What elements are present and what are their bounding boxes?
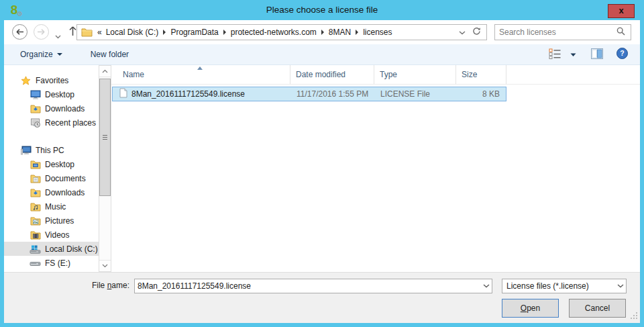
preview-pane-icon	[591, 48, 603, 59]
resize-grip-icon	[631, 312, 638, 319]
file-date-modified: 11/17/2016 1:55 PM	[291, 89, 375, 99]
sidebar-item-pc-desktop[interactable]: Desktop	[4, 157, 99, 171]
chevron-down-icon	[459, 31, 466, 35]
breadcrumb-item[interactable]: licenses	[361, 28, 394, 37]
recent-places-icon	[30, 118, 41, 128]
navigation-pane-scrollbar[interactable]	[99, 65, 111, 272]
back-arrow-icon	[15, 28, 24, 36]
resize-grip[interactable]	[631, 312, 638, 321]
open-button[interactable]: Open	[502, 299, 559, 318]
license-file-icon	[119, 88, 127, 100]
list-view-icon	[549, 48, 562, 59]
scrollbar-thumb[interactable]	[99, 79, 111, 196]
address-bar[interactable]: « Local Disk (C:) ProgramData protected-…	[76, 24, 487, 40]
chevron-down-icon	[570, 53, 576, 57]
column-header-type[interactable]: Type	[374, 65, 456, 84]
chevron-down-icon	[615, 279, 626, 293]
file-name-input[interactable]	[135, 281, 481, 291]
breadcrumb-prefix: «	[95, 28, 104, 37]
forward-arrow-icon	[37, 28, 46, 36]
back-button[interactable]	[12, 24, 28, 40]
sidebar-item-pictures[interactable]: Pictures	[4, 214, 99, 228]
documents-folder-icon	[30, 173, 41, 184]
search-button[interactable]	[616, 26, 625, 38]
sidebar-group-favorites[interactable]: Favorites	[4, 73, 99, 87]
chevron-down-icon	[483, 284, 490, 288]
file-size: 8 KB	[457, 89, 500, 99]
sidebar-spacer	[4, 130, 99, 143]
view-options-dropdown[interactable]	[570, 50, 576, 59]
svg-text:?: ?	[620, 49, 624, 57]
sidebar-item-documents[interactable]: Documents	[4, 171, 99, 185]
search-icon	[616, 27, 625, 36]
videos-folder-icon	[30, 230, 41, 240]
breadcrumb-separator-icon	[356, 30, 358, 35]
column-header-name[interactable]: Name	[111, 65, 290, 84]
sidebar-item-pc-downloads[interactable]: Downloads	[4, 185, 99, 199]
close-button[interactable]: x	[608, 4, 635, 18]
file-name-label: File name:	[4, 279, 129, 293]
file-name-dropdown-button[interactable]	[481, 279, 492, 293]
navigation-row: « Local Disk (C:) ProgramData protected-…	[4, 20, 640, 44]
column-header-size[interactable]: Size	[456, 65, 506, 84]
scroll-down-button[interactable]	[99, 260, 111, 271]
breadcrumb-item[interactable]: Local Disk (C:)	[104, 28, 161, 37]
scroll-up-button[interactable]	[99, 66, 111, 77]
breadcrumb-item[interactable]: 8MAN	[327, 28, 353, 37]
refresh-icon	[472, 27, 481, 36]
open-file-dialog: 8⚙ Please choose a license file x	[0, 0, 644, 327]
chevron-down-icon	[102, 264, 108, 268]
desktop-folder-icon	[30, 159, 41, 170]
breadcrumb-item[interactable]: ProgramData	[168, 28, 220, 37]
music-folder-icon	[30, 201, 41, 212]
sidebar-item-local-disk-c[interactable]: Local Disk (C:)	[4, 242, 99, 256]
cancel-button[interactable]: Cancel	[569, 299, 626, 318]
breadcrumb-separator-icon	[223, 30, 226, 35]
search-box	[494, 24, 631, 40]
chevron-up-icon	[102, 69, 108, 73]
forward-button[interactable]	[34, 24, 49, 40]
sidebar-item-videos[interactable]: Videos	[4, 228, 99, 242]
file-row-selected[interactable]: 8Man_20161117125549.license 11/17/2016 1…	[112, 87, 506, 101]
sidebar-item-music[interactable]: Music	[4, 199, 99, 214]
navigation-pane: Favorites Desktop Downloads	[4, 65, 99, 272]
change-view-button[interactable]	[549, 48, 562, 61]
help-icon: ?	[616, 48, 628, 59]
breadcrumb-separator-icon	[321, 30, 324, 35]
downloads-folder-icon	[30, 103, 41, 114]
address-dropdown-button[interactable]	[459, 28, 466, 37]
file-list: Name Date modified Type Size	[111, 65, 640, 272]
sidebar-item-desktop[interactable]: Desktop	[4, 87, 99, 101]
organize-menu-button[interactable]: Organize	[15, 44, 68, 64]
title-bar: 8⚙ Please choose a license file x	[0, 0, 644, 20]
browser-main: Favorites Desktop Downloads	[4, 65, 640, 272]
help-button[interactable]: ?	[616, 48, 628, 61]
column-headers: Name Date modified Type Size	[111, 65, 640, 85]
folder-icon	[81, 28, 93, 37]
search-input[interactable]	[495, 28, 616, 37]
new-folder-button[interactable]: New folder	[85, 44, 134, 64]
sidebar-group-this-pc[interactable]: This PC	[4, 143, 99, 157]
scrollbar-grip-icon	[103, 135, 107, 141]
column-header-date-modified[interactable]: Date modified	[290, 65, 374, 84]
dialog-content: « Local Disk (C:) ProgramData protected-…	[4, 20, 640, 323]
breadcrumb-separator-icon	[163, 30, 166, 35]
filter-selected-value: License files (*.license)	[502, 281, 615, 291]
dialog-title: Please choose a license file	[0, 0, 644, 20]
recent-locations-dropdown[interactable]	[55, 30, 61, 42]
pictures-folder-icon	[30, 216, 41, 226]
file-name: 8Man_20161117125549.license	[131, 89, 245, 99]
downloads-folder-icon	[30, 187, 41, 198]
desktop-icon	[30, 89, 41, 100]
breadcrumb-item[interactable]: protected-networks.com	[229, 28, 319, 37]
file-name-combobox	[134, 279, 492, 293]
dialog-footer: File name: License files (*.license) Ope…	[4, 272, 640, 323]
file-type-filter-dropdown[interactable]: License files (*.license)	[502, 279, 627, 293]
sidebar-item-recent-places[interactable]: Recent places	[4, 115, 99, 130]
preview-pane-button[interactable]	[591, 48, 603, 61]
sidebar-item-fs-e[interactable]: FS (E:)	[4, 256, 99, 270]
sidebar-item-downloads[interactable]: Downloads	[4, 101, 99, 115]
refresh-button[interactable]	[472, 27, 481, 38]
chevron-down-icon	[57, 53, 62, 56]
command-toolbar: Organize New folder	[4, 44, 640, 65]
